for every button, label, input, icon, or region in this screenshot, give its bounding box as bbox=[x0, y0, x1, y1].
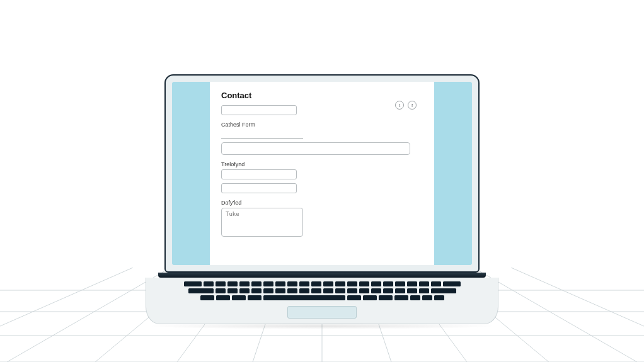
contact-input-wide[interactable] bbox=[221, 142, 410, 155]
section-label-3: Trelofynd bbox=[221, 161, 423, 167]
laptop-shadow bbox=[146, 323, 498, 329]
laptop-screen: t f Contact Cathesl Form Trelofynd Dofy'… bbox=[172, 82, 472, 265]
contact-input-3a[interactable] bbox=[221, 169, 297, 179]
page-margin-right bbox=[434, 82, 472, 265]
svg-line-14 bbox=[511, 268, 644, 362]
social-icons: t f bbox=[395, 101, 417, 110]
contact-input-3b[interactable] bbox=[221, 183, 297, 193]
laptop-keyboard bbox=[171, 281, 473, 302]
contact-input-underline[interactable] bbox=[221, 130, 303, 139]
laptop-screen-bezel: t f Contact Cathesl Form Trelofynd Dofy'… bbox=[164, 74, 480, 273]
section-label-4: Dofy'led bbox=[221, 200, 423, 206]
page-margin-left bbox=[172, 82, 210, 265]
contact-input-1[interactable] bbox=[221, 105, 297, 115]
laptop: t f Contact Cathesl Form Trelofynd Dofy'… bbox=[146, 74, 498, 331]
laptop-trackpad bbox=[287, 306, 357, 319]
message-textarea[interactable] bbox=[221, 208, 303, 237]
twitter-icon[interactable]: t bbox=[395, 101, 404, 110]
laptop-deck bbox=[146, 278, 498, 324]
contact-form-page: t f Contact Cathesl Form Trelofynd Dofy'… bbox=[210, 82, 434, 265]
scene: t f Contact Cathesl Form Trelofynd Dofy'… bbox=[0, 0, 644, 362]
section-label-2: Cathesl Form bbox=[221, 122, 423, 128]
page-title: Contact bbox=[221, 91, 423, 100]
laptop-hinge bbox=[158, 273, 486, 278]
facebook-icon[interactable]: f bbox=[408, 101, 417, 110]
svg-line-13 bbox=[0, 268, 133, 362]
